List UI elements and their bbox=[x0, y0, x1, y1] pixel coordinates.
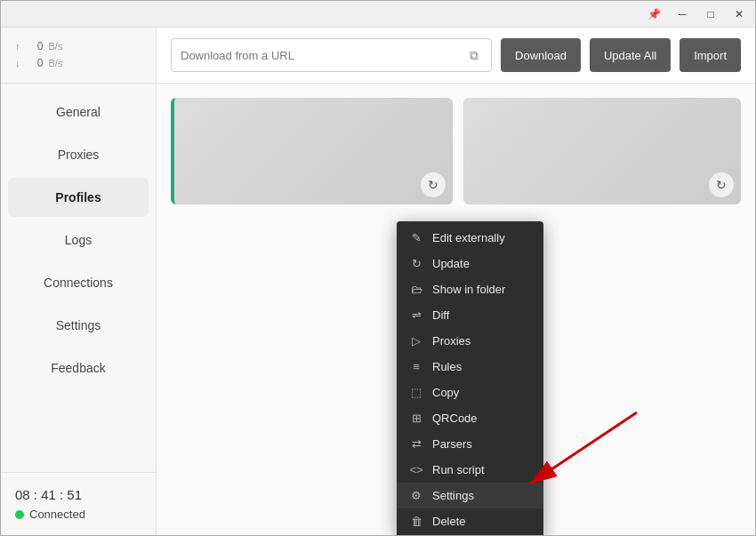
update-icon: ↻ bbox=[409, 257, 423, 270]
context-menu-settings[interactable]: ⚙ Settings bbox=[397, 483, 543, 508]
delete-icon: 🗑 bbox=[409, 515, 423, 528]
sidebar-item-feedback[interactable]: Feedback bbox=[8, 348, 149, 388]
context-menu-edit-externally-label: Edit externally bbox=[432, 231, 505, 244]
url-input[interactable] bbox=[181, 49, 466, 62]
sidebar-item-connections[interactable]: Connections bbox=[8, 263, 149, 302]
context-menu-show-in-folder-label: Show in folder bbox=[432, 283, 505, 296]
app-body: ↑ 0 B/s ↓ 0 B/s General Proxies Profiles… bbox=[1, 28, 755, 535]
close-button[interactable]: ✕ bbox=[730, 5, 748, 23]
context-menu-qrcode[interactable]: ⊞ QRCode bbox=[397, 405, 543, 431]
context-menu-parsers[interactable]: ⇄ Parsers bbox=[397, 431, 543, 457]
context-menu-rules-label: Rules bbox=[432, 360, 462, 373]
sidebar-bottom: 08 : 41 : 51 Connected bbox=[1, 472, 156, 535]
svg-line-1 bbox=[530, 412, 637, 484]
context-menu-parsers-label: Parsers bbox=[432, 437, 472, 451]
context-menu-settings-label: Settings bbox=[432, 489, 474, 502]
profiles-area: ↻ ↻ ✎ Edit externally ↻ Update bbox=[157, 84, 755, 535]
diff-icon: ⇌ bbox=[409, 308, 423, 322]
context-menu-update-label: Update bbox=[432, 257, 470, 270]
run-script-icon: <> bbox=[409, 463, 423, 476]
copy-url-icon[interactable]: ⧉ bbox=[466, 46, 482, 65]
update-all-button[interactable]: Update All bbox=[590, 38, 671, 72]
upload-stat: ↑ 0 B/s bbox=[15, 38, 141, 55]
stats-panel: ↑ 0 B/s ↓ 0 B/s bbox=[1, 28, 156, 84]
download-stat: ↓ 0 B/s bbox=[15, 55, 141, 72]
connection-label: Connected bbox=[29, 508, 85, 521]
import-button[interactable]: Import bbox=[680, 38, 741, 72]
rules-icon: ≡ bbox=[409, 360, 423, 373]
context-menu-diff[interactable]: ⇌ Diff bbox=[397, 302, 543, 328]
context-menu-copy[interactable]: ⬚ Copy bbox=[397, 380, 543, 405]
download-value: 0 bbox=[26, 55, 44, 72]
upload-value: 0 bbox=[26, 38, 44, 55]
proxies-icon: ▷ bbox=[409, 334, 423, 348]
context-menu: ✎ Edit externally ↻ Update 🗁 Show in fol… bbox=[397, 221, 543, 535]
sidebar-item-proxies[interactable]: Proxies bbox=[8, 135, 149, 174]
download-button[interactable]: Download bbox=[501, 38, 581, 72]
maximize-button[interactable]: □ bbox=[702, 5, 720, 23]
title-bar: 📌 ─ □ ✕ bbox=[1, 1, 755, 28]
refresh-left-button[interactable]: ↻ bbox=[421, 172, 446, 197]
status-dot-icon bbox=[15, 510, 24, 519]
qrcode-icon: ⊞ bbox=[409, 412, 423, 425]
time-display: 08 : 41 : 51 bbox=[15, 487, 141, 502]
edit-externally-icon: ✎ bbox=[409, 231, 423, 244]
pin-button[interactable]: 📌 bbox=[645, 5, 663, 23]
profile-card-right[interactable]: ↻ bbox=[463, 98, 742, 204]
context-menu-delete-label: Delete bbox=[432, 515, 466, 528]
sidebar-nav: General Proxies Profiles Logs Connection… bbox=[1, 84, 156, 472]
download-unit: B/s bbox=[49, 56, 63, 72]
sidebar-item-settings[interactable]: Settings bbox=[8, 306, 149, 345]
app-window: 📌 ─ □ ✕ ↑ 0 B/s ↓ 0 B/s General Prox bbox=[0, 0, 756, 536]
up-arrow-icon: ↑ bbox=[15, 39, 20, 55]
toolbar: ⧉ Download Update All Import bbox=[157, 28, 755, 84]
context-menu-edit-externally[interactable]: ✎ Edit externally bbox=[397, 225, 543, 251]
down-arrow-icon: ↓ bbox=[15, 56, 20, 72]
url-input-wrapper[interactable]: ⧉ bbox=[171, 38, 492, 72]
minimize-button[interactable]: ─ bbox=[673, 5, 691, 23]
context-menu-copy-label: Copy bbox=[432, 386, 459, 399]
context-menu-diff-label: Diff bbox=[432, 308, 449, 322]
sidebar-item-logs[interactable]: Logs bbox=[8, 220, 149, 260]
context-menu-show-in-folder[interactable]: 🗁 Show in folder bbox=[397, 276, 543, 302]
profile-card-left[interactable]: ↻ bbox=[171, 98, 453, 204]
context-menu-run-script[interactable]: <> Run script bbox=[397, 457, 543, 483]
parsers-icon: ⇄ bbox=[409, 437, 423, 451]
sidebar: ↑ 0 B/s ↓ 0 B/s General Proxies Profiles… bbox=[1, 28, 157, 535]
connection-status: Connected bbox=[15, 508, 141, 521]
refresh-right-button[interactable]: ↻ bbox=[709, 172, 734, 197]
context-menu-rules[interactable]: ≡ Rules bbox=[397, 354, 543, 380]
copy-icon: ⬚ bbox=[409, 386, 423, 399]
sidebar-item-general[interactable]: General bbox=[8, 92, 149, 132]
main-content: ⧉ Download Update All Import ↻ ↻ ✎ bbox=[157, 28, 755, 535]
context-menu-delete[interactable]: 🗑 Delete bbox=[397, 508, 543, 534]
context-menu-run-script-label: Run script bbox=[432, 463, 485, 476]
folder-icon: 🗁 bbox=[409, 283, 423, 296]
context-menu-proxies-label: Proxies bbox=[432, 334, 470, 348]
context-menu-update[interactable]: ↻ Update bbox=[397, 251, 543, 276]
context-menu-qrcode-label: QRCode bbox=[432, 412, 478, 425]
settings-icon: ⚙ bbox=[409, 489, 423, 502]
context-menu-proxies[interactable]: ▷ Proxies bbox=[397, 328, 543, 354]
sidebar-item-profiles[interactable]: Profiles bbox=[8, 178, 149, 217]
upload-unit: B/s bbox=[49, 39, 63, 55]
